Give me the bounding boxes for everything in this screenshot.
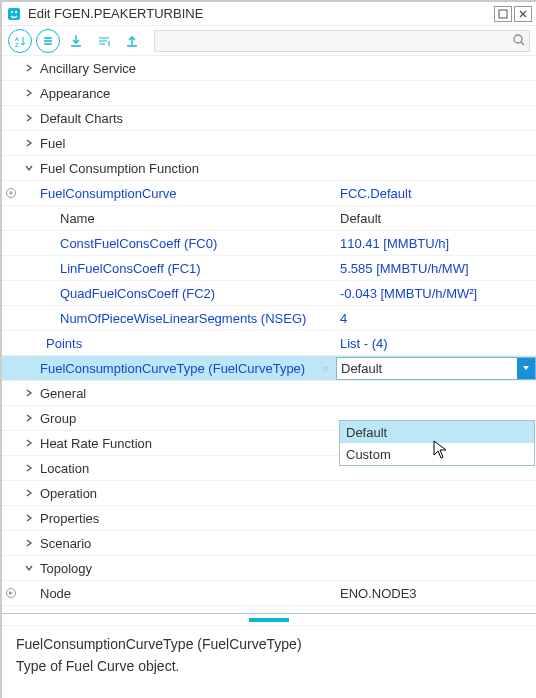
- svg-point-6: [514, 35, 522, 43]
- section-label: Properties: [38, 511, 536, 526]
- dropdown-option-default[interactable]: Default: [340, 421, 534, 443]
- prop-value[interactable]: -0.043 [MMBTU/h/MW²]: [336, 286, 536, 301]
- prop-points[interactable]: Points List - (4): [2, 331, 536, 356]
- prop-name[interactable]: Name Default: [2, 206, 536, 231]
- description-pane: FuelConsumptionCurveType (FuelCurveType)…: [2, 626, 536, 698]
- section-fuel[interactable]: Fuel: [2, 131, 536, 156]
- section-label: Topology: [38, 561, 536, 576]
- dropdown-list[interactable]: Default Custom: [339, 420, 535, 466]
- sort-az-icon[interactable]: AZ: [8, 29, 32, 53]
- section-general[interactable]: General: [2, 381, 536, 406]
- prop-value[interactable]: 5.585 [MMBTU/h/MW]: [336, 261, 536, 276]
- minimize-button[interactable]: [494, 6, 512, 22]
- svg-point-2: [15, 10, 17, 12]
- app-icon: [6, 6, 22, 22]
- categorize-icon[interactable]: [36, 29, 60, 53]
- prop-fuelconsumptioncurve[interactable]: FuelConsumptionCurve FCC.Default: [2, 181, 536, 206]
- prop-nodename[interactable]: NodeName NODE3: [2, 606, 536, 614]
- import-icon[interactable]: [64, 29, 88, 53]
- section-label: General: [38, 386, 536, 401]
- prop-value[interactable]: FCC.Default: [336, 186, 536, 201]
- prop-label: QuadFuelConsCoeff (FC2): [38, 286, 336, 301]
- section-label: Ancillary Service: [38, 61, 536, 76]
- property-grid: Ancillary Service Appearance Default Cha…: [2, 56, 536, 614]
- svg-rect-3: [499, 10, 507, 18]
- prop-node[interactable]: Node ENO.NODE3: [2, 581, 536, 606]
- link-icon: [2, 587, 20, 599]
- clear-icon[interactable]: ○: [318, 361, 332, 375]
- link-icon: [2, 187, 20, 199]
- titlebar: Edit FGEN.PEAKERTURBINE: [2, 2, 536, 26]
- export-icon[interactable]: [120, 29, 144, 53]
- svg-point-1: [11, 10, 13, 12]
- section-label: Scenario: [38, 536, 536, 551]
- dropdown-button[interactable]: [517, 358, 535, 379]
- prop-fc1[interactable]: LinFuelConsCoeff (FC1) 5.585 [MMBTU/h/MW…: [2, 256, 536, 281]
- section-label: Fuel: [38, 136, 536, 151]
- section-scenario[interactable]: Scenario: [2, 531, 536, 556]
- section-fcf[interactable]: Fuel Consumption Function: [2, 156, 536, 181]
- svg-text:Z: Z: [15, 42, 19, 48]
- prop-label: Name: [38, 211, 336, 226]
- description-text: Type of Fuel Curve object.: [16, 658, 522, 674]
- prop-value[interactable]: 4: [336, 311, 536, 326]
- prop-fuelcurvetype[interactable]: FuelConsumptionCurveType (FuelCurveType)…: [2, 356, 536, 381]
- section-appearance[interactable]: Appearance: [2, 81, 536, 106]
- prop-label: FuelConsumptionCurve: [38, 186, 336, 201]
- prop-label: FuelConsumptionCurveType (FuelCurveType): [38, 361, 318, 376]
- prop-label: Points: [42, 336, 336, 351]
- prop-label: NodeName: [38, 611, 336, 615]
- prop-value[interactable]: NODE3: [336, 611, 536, 615]
- prop-value[interactable]: Default: [337, 361, 517, 376]
- prop-fc2[interactable]: QuadFuelConsCoeff (FC2) -0.043 [MMBTU/h/…: [2, 281, 536, 306]
- section-operation[interactable]: Operation: [2, 481, 536, 506]
- svg-rect-0: [8, 8, 20, 20]
- prop-label: Node: [38, 586, 336, 601]
- section-label: Default Charts: [38, 111, 536, 126]
- close-button[interactable]: [514, 6, 532, 22]
- collapse-icon[interactable]: [92, 29, 116, 53]
- section-label: Fuel Consumption Function: [38, 161, 536, 176]
- splitter-handle: [249, 618, 289, 622]
- prop-label: NumOfPieceWiseLinearSegments (NSEG): [38, 311, 336, 326]
- prop-label: ConstFuelConsCoeff (FC0): [38, 236, 336, 251]
- section-properties[interactable]: Properties: [2, 506, 536, 531]
- prop-nseg[interactable]: NumOfPieceWiseLinearSegments (NSEG) 4: [2, 306, 536, 331]
- prop-value[interactable]: Default: [336, 211, 536, 226]
- search-input[interactable]: [154, 30, 530, 52]
- section-label: Appearance: [38, 86, 536, 101]
- prop-value[interactable]: ENO.NODE3: [336, 586, 536, 601]
- toolbar: AZ: [2, 26, 536, 56]
- prop-label: LinFuelConsCoeff (FC1): [38, 261, 336, 276]
- window-title: Edit FGEN.PEAKERTURBINE: [28, 6, 494, 21]
- section-ancillary[interactable]: Ancillary Service: [2, 56, 536, 81]
- description-title: FuelConsumptionCurveType (FuelCurveType): [16, 636, 522, 652]
- search-icon[interactable]: [512, 33, 526, 47]
- splitter[interactable]: [2, 614, 536, 626]
- section-label: Operation: [38, 486, 536, 501]
- prop-fc0[interactable]: ConstFuelConsCoeff (FC0) 110.41 [MMBTU/h…: [2, 231, 536, 256]
- prop-value[interactable]: 110.41 [MMBTU/h]: [336, 236, 536, 251]
- dropdown-option-custom[interactable]: Custom: [340, 443, 534, 465]
- section-topology[interactable]: Topology: [2, 556, 536, 581]
- prop-value[interactable]: List - (4): [336, 336, 536, 351]
- section-default-charts[interactable]: Default Charts: [2, 106, 536, 131]
